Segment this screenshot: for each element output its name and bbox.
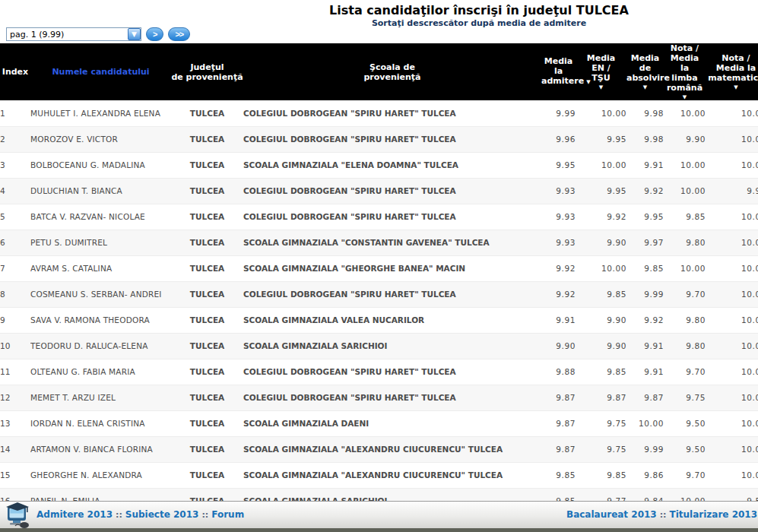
cell-media-absolvire: 9.91 xyxy=(626,359,664,385)
cell-media-admitere: 9.93 xyxy=(541,204,576,230)
footer-link-subiecte[interactable]: Subiecte 2013 xyxy=(125,509,199,520)
cell-nota-matematica: 10.00 xyxy=(706,281,758,307)
cell-nota-matematica: 10.00 xyxy=(706,436,758,462)
cell-school-link[interactable]: COLEGIUL DOBROGEAN "SPIRU HARET" TULCEA xyxy=(243,204,541,230)
cell-school-link[interactable]: COLEGIUL DOBROGEAN "SPIRU HARET" TULCEA xyxy=(243,126,541,152)
cell-county: TULCEA xyxy=(171,436,243,462)
col-school: Şcoala de provenienţă xyxy=(243,43,541,100)
graduation-computer-logo xyxy=(3,500,32,529)
cell-candidate-name: DULUCHIAN T. BIANCA xyxy=(30,178,171,204)
cell-nota-matematica: 10.00 xyxy=(706,333,758,359)
cell-school-link[interactable]: COLEGIUL DOBROGEAN "SPIRU HARET" TULCEA xyxy=(243,359,541,385)
sort-desc-icon[interactable]: ▼ xyxy=(664,94,706,100)
cell-nota-matematica: 10.00 xyxy=(706,204,758,230)
cell-media-admitere: 9.90 xyxy=(541,333,576,359)
cell-school-link[interactable]: COLEGIUL DOBROGEAN "SPIRU HARET" TULCEA xyxy=(243,385,541,410)
cell-nota-romana: 9.80 xyxy=(664,230,706,255)
cell-nota-romana: 10.00 xyxy=(664,152,706,178)
bottom-bar xyxy=(0,528,758,532)
cell-candidate-name: IORDAN N. ELENA CRISTINA xyxy=(30,410,171,436)
cell-county: TULCEA xyxy=(171,255,243,281)
pagination-bar: pag. 1 (9.99) ▼ > >> xyxy=(6,27,190,41)
cell-media-absolvire: 9.91 xyxy=(626,333,664,359)
cell-school-link[interactable]: COLEGIUL DOBROGEAN "SPIRU HARET" TULCEA xyxy=(243,281,541,307)
col-nota-romana[interactable]: Nota / Media la limba română▼ xyxy=(664,43,706,100)
cell-index: 7 xyxy=(0,255,30,281)
cell-county: TULCEA xyxy=(171,410,243,436)
name-sort-link: Numele candidatului xyxy=(52,67,149,77)
cell-county: TULCEA xyxy=(171,126,243,152)
cell-index: 8 xyxy=(0,281,30,307)
cell-school-link[interactable]: SCOALA GIMNAZIALA VALEA NUCARILOR xyxy=(243,307,541,333)
cell-media-absolvire: 9.98 xyxy=(626,100,664,126)
cell-media-admitere: 9.92 xyxy=(541,255,576,281)
cell-school-link[interactable]: SCOALA GIMNAZIALA DAENI xyxy=(243,410,541,436)
admitere-results-page: Lista candidaţilor înscrişi în judeţul T… xyxy=(0,0,758,532)
footer: Admitere 2013::Subiecte 2013::Forum Baca… xyxy=(0,501,758,532)
cell-media-admitere: 9.93 xyxy=(541,178,576,204)
cell-index: 1 xyxy=(0,100,30,126)
cell-candidate-name: ARTAMON V. BIANCA FLORINA xyxy=(30,436,171,462)
cell-school-link[interactable]: SCOALA GIMNAZIALA "GHEORGHE BANEA" MACIN xyxy=(243,255,541,281)
table-row: 13 IORDAN N. ELENA CRISTINA TULCEA SCOAL… xyxy=(0,410,758,436)
cell-index: 11 xyxy=(0,359,30,385)
sort-desc-icon[interactable]: ▼ xyxy=(626,84,664,90)
cell-index: 12 xyxy=(0,385,30,410)
cell-index: 10 xyxy=(0,333,30,359)
col-media-en-tsu[interactable]: Media EN / TŞU▼ xyxy=(576,43,626,100)
cell-school-link[interactable]: COLEGIUL DOBROGEAN "SPIRU HARET" TULCEA xyxy=(243,100,541,126)
cell-index: 13 xyxy=(0,410,30,436)
results-table: Index Numele candidatului Judeţul de pro… xyxy=(0,43,758,514)
last-page-button[interactable]: >> xyxy=(168,27,190,41)
footer-link-forum[interactable]: Forum xyxy=(211,509,244,520)
cell-school-link[interactable]: SCOALA GIMNAZIALA "ALEXANDRU CIUCURENCU"… xyxy=(243,462,541,488)
table-row: 3 BOLBOCEANU G. MADALINA TULCEA SCOALA G… xyxy=(0,152,758,178)
cell-nota-romana: 9.70 xyxy=(664,462,706,488)
separator: :: xyxy=(198,510,211,520)
cell-nota-romana: 10.00 xyxy=(664,178,706,204)
cell-school-link[interactable]: SCOALA GIMNAZIALA "ALEXANDRU CIUCURENCU"… xyxy=(243,436,541,462)
col-nota-matematica[interactable]: Nota / Media la matematică▼ xyxy=(706,43,758,100)
col-media-absolvire[interactable]: Media de absolvire▼ xyxy=(626,43,664,100)
cell-county: TULCEA xyxy=(171,281,243,307)
cell-nota-matematica: 10.00 xyxy=(706,462,758,488)
cell-index: 5 xyxy=(0,204,30,230)
cell-candidate-name: BOLBOCEANU G. MADALINA xyxy=(30,152,171,178)
table-row: 1 MUHULET I. ALEXANDRA ELENA TULCEA COLE… xyxy=(0,100,758,126)
cell-nota-matematica: 10.00 xyxy=(706,385,758,410)
cell-nota-romana: 9.80 xyxy=(664,307,706,333)
cell-school-link[interactable]: SCOALA GIMNAZIALA "ELENA DOAMNA" TULCEA xyxy=(243,152,541,178)
cell-index: 14 xyxy=(0,436,30,462)
cell-media-admitere: 9.85 xyxy=(541,462,576,488)
sort-desc-icon[interactable]: ▼ xyxy=(706,84,758,90)
footer-links-left: Admitere 2013::Subiecte 2013::Forum xyxy=(36,509,244,520)
cell-media-admitere: 9.87 xyxy=(541,436,576,462)
cell-media-admitere: 9.87 xyxy=(541,410,576,436)
cell-media-en-tsu: 10.00 xyxy=(576,255,626,281)
footer-link-admitere[interactable]: Admitere 2013 xyxy=(36,509,113,520)
cell-media-en-tsu: 10.00 xyxy=(576,152,626,178)
cell-media-absolvire: 10.00 xyxy=(626,410,664,436)
cell-school-link[interactable]: COLEGIUL DOBROGEAN "SPIRU HARET" TULCEA xyxy=(243,178,541,204)
footer-link-titularizare[interactable]: Titularizare 2013 xyxy=(670,509,758,520)
sort-desc-icon[interactable]: ▼ xyxy=(586,79,590,85)
cell-index: 6 xyxy=(0,230,30,255)
col-media-admitere[interactable]: Media la admitere▼ xyxy=(541,43,576,100)
footer-link-bacalaureat[interactable]: Bacalaureat 2013 xyxy=(566,509,657,520)
cell-media-en-tsu: 9.90 xyxy=(576,333,626,359)
cell-nota-romana: 9.90 xyxy=(664,126,706,152)
col-name[interactable]: Numele candidatului xyxy=(30,43,171,100)
table-row: 9 SAVA V. RAMONA THEODORA TULCEA SCOALA … xyxy=(0,307,758,333)
cell-nota-romana: 9.50 xyxy=(664,410,706,436)
next-page-button[interactable]: > xyxy=(146,27,163,41)
chevron-down-icon[interactable]: ▼ xyxy=(128,28,141,40)
cell-school-link[interactable]: SCOALA GIMNAZIALA SARICHIOI xyxy=(243,333,541,359)
cell-media-en-tsu: 9.90 xyxy=(576,230,626,255)
cell-candidate-name: TEODORU D. RALUCA-ELENA xyxy=(30,333,171,359)
page-select[interactable]: pag. 1 (9.99) ▼ xyxy=(6,27,141,41)
cell-nota-matematica: 10.00 xyxy=(706,307,758,333)
cell-school-link[interactable]: SCOALA GIMNAZIALA "CONSTANTIN GAVENEA" T… xyxy=(243,230,541,255)
cell-nota-matematica: 10.00 xyxy=(706,255,758,281)
cell-media-admitere: 9.93 xyxy=(541,230,576,255)
cell-candidate-name: OLTEANU G. FABIA MARIA xyxy=(30,359,171,385)
